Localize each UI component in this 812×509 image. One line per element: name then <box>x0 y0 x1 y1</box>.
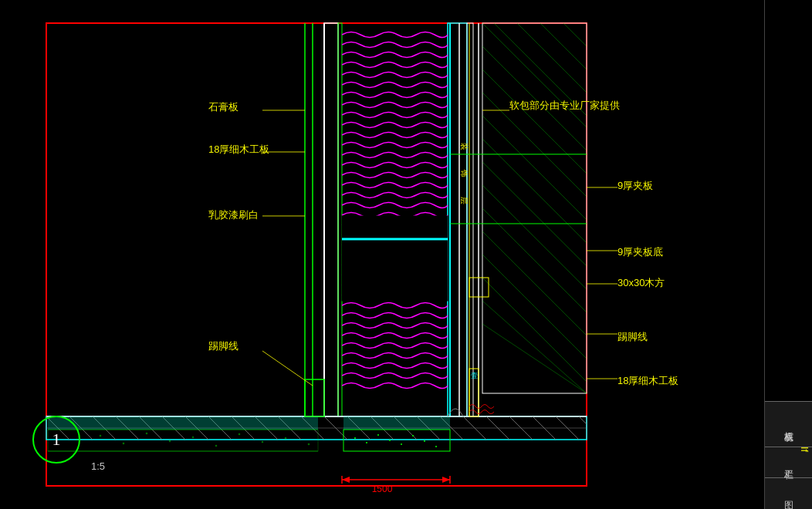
svg-point-79 <box>389 440 391 441</box>
svg-text:1: 1 <box>52 430 61 449</box>
svg-point-71 <box>239 433 240 435</box>
svg-point-69 <box>192 437 194 438</box>
partial-text-right: If <box>799 447 810 452</box>
svg-point-70 <box>215 445 217 447</box>
svg-point-67 <box>146 433 147 434</box>
label-tiaojiaoxian-right: 踢脚线 <box>617 330 648 344</box>
svg-text:层: 层 <box>460 197 469 204</box>
svg-point-74 <box>308 443 310 445</box>
svg-text:装: 装 <box>460 143 469 150</box>
svg-point-72 <box>262 441 263 443</box>
scale-label: 1:5 <box>91 460 105 472</box>
label-shigaoban: 石膏板 <box>208 100 239 114</box>
svg-rect-84 <box>48 416 318 430</box>
svg-point-81 <box>412 435 414 437</box>
svg-point-65 <box>100 435 101 437</box>
label-xibancai18: 18厚细木工板 <box>617 374 678 388</box>
label-tiaojiaoxian-left: 踢脚线 <box>208 339 239 353</box>
svg-text:饰: 饰 <box>460 169 469 177</box>
svg-point-66 <box>123 443 124 444</box>
label-jiabandi9: 9厚夹板底 <box>617 245 663 259</box>
right-panel: 板枋底 工栏 图 <box>764 0 812 509</box>
svg-rect-6 <box>342 216 448 301</box>
label-mufang: 30x30木方 <box>617 276 665 290</box>
svg-point-78 <box>377 434 379 436</box>
svg-text:壹: 壹 <box>471 372 478 379</box>
svg-point-68 <box>169 440 171 442</box>
svg-point-77 <box>366 442 367 443</box>
svg-rect-85 <box>343 416 450 430</box>
drawing-circle-marker: 1 <box>29 413 83 467</box>
svg-point-73 <box>285 437 286 439</box>
label-jiaban9: 9厚夹板 <box>617 179 653 193</box>
svg-point-80 <box>401 443 402 445</box>
svg-text:1500: 1500 <box>372 484 393 494</box>
svg-point-76 <box>354 437 356 439</box>
label-xibancai-left: 18厚细木工板 <box>208 143 269 157</box>
right-panel-row3: 图 <box>765 478 812 509</box>
right-panel-row1: 板枋底 <box>765 401 812 447</box>
svg-point-83 <box>435 446 437 447</box>
right-panel-top <box>765 0 812 401</box>
label-rujiao: 乳胶漆刷白 <box>208 208 259 222</box>
label-ruanbao: 软包部分由专业厂家提供 <box>509 99 620 113</box>
svg-point-82 <box>424 440 425 442</box>
